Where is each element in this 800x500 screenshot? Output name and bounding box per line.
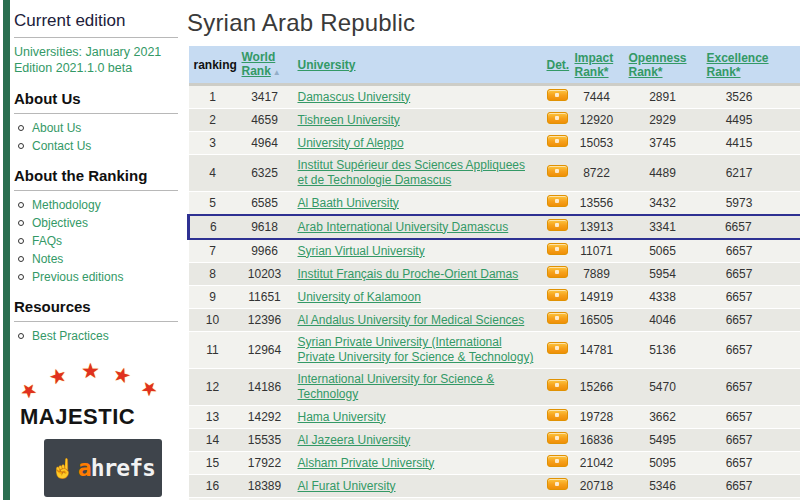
university-link[interactable]: University of Kalamoon (298, 290, 421, 304)
resources-title: Resources (14, 298, 178, 315)
cell-university: Institut Français du Proche-Orient Damas (293, 263, 542, 286)
university-link[interactable]: Arab International University Damascus (298, 220, 509, 234)
majestic-logo[interactable]: ★ ★ ★ ★ ★ MAJESTIC (20, 359, 170, 430)
det-icon[interactable] (547, 195, 568, 207)
university-link[interactable]: Institut Supérieur des Sciences Applique… (298, 158, 525, 187)
header-det: Det. (542, 46, 570, 85)
cell-university: Institut Supérieur des Sciences Applique… (293, 155, 542, 192)
main-content: Syrian Arab Republic ranking World Rank▲… (187, 0, 800, 500)
cell-det (542, 239, 570, 263)
university-link[interactable]: University of Aleppo (298, 136, 404, 150)
cell-world-rank: 3417 (237, 85, 293, 109)
det-icon[interactable] (547, 266, 568, 278)
sidebar-link-about-us[interactable]: About Us (32, 121, 81, 135)
university-link[interactable]: Damascus University (298, 90, 411, 104)
sidebar-link-best-practices[interactable]: Best Practices (32, 329, 109, 343)
sidebar-link-faqs[interactable]: FAQs (32, 234, 62, 248)
cell-world-rank: 14292 (237, 406, 293, 429)
det-icon[interactable] (547, 379, 568, 391)
cell-impact-rank: 15053 (570, 132, 624, 155)
header-label: World Rank (242, 50, 276, 78)
bullet-icon (18, 125, 24, 131)
university-link[interactable]: Syrian Virtual University (298, 244, 425, 258)
university-link[interactable]: Al Andalus University for Medical Scienc… (298, 313, 525, 327)
ahrefs-logo-text: ahrefs (78, 455, 155, 481)
header-openness-rank-link[interactable]: Openness Rank* (629, 51, 687, 79)
cell-openness-rank: 2929 (624, 109, 702, 132)
det-icon[interactable] (547, 219, 568, 231)
cell-ranking: 4 (189, 155, 237, 192)
cell-world-rank: 12964 (237, 332, 293, 369)
cell-det (542, 192, 570, 216)
cell-openness-rank: 5346 (624, 475, 702, 498)
det-icon[interactable] (547, 243, 568, 255)
det-icon[interactable] (547, 478, 568, 490)
sort-asc-icon: ▲ (273, 66, 281, 80)
star-icon: ★ (15, 376, 43, 405)
cell-impact-rank: 7889 (570, 263, 624, 286)
det-icon[interactable] (547, 89, 568, 101)
header-university-link[interactable]: University (298, 58, 356, 72)
cell-ranking: 13 (189, 406, 237, 429)
about-us-title: About Us (14, 90, 178, 107)
cell-openness-rank: 4338 (624, 286, 702, 309)
det-icon[interactable] (547, 289, 568, 301)
university-link[interactable]: Alsham Private University (298, 456, 435, 470)
ranking-table-body: 1 3417 Damascus University 7444 2891 352… (189, 85, 800, 500)
cell-det (542, 85, 570, 109)
sidebar-link-methodology[interactable]: Methodology (32, 198, 101, 212)
university-link[interactable]: Hama University (298, 410, 386, 424)
bullet-icon (18, 220, 24, 226)
ahrefs-logo[interactable]: ☝ ahrefs (44, 439, 162, 497)
table-row: 3 4964 University of Aleppo 15053 3745 4… (189, 132, 800, 155)
sidebar: Current edition Universities: January 20… (14, 0, 178, 500)
det-icon[interactable] (547, 312, 568, 324)
cell-excellence-rank: 6657 (702, 239, 800, 263)
star-icon: ★ (136, 374, 164, 403)
cell-university: Al Furat University (293, 475, 542, 498)
cell-world-rank: 17922 (237, 452, 293, 475)
table-row: 9 11651 University of Kalamoon 14919 433… (189, 286, 800, 309)
majestic-stars-icon: ★ ★ ★ ★ ★ (20, 359, 170, 403)
det-icon[interactable] (547, 409, 568, 421)
cell-excellence-rank: 6657 (702, 286, 800, 309)
university-link[interactable]: Al Furat University (298, 479, 396, 493)
header-det-link[interactable]: Det. (547, 58, 570, 72)
cell-det (542, 109, 570, 132)
header-impact-rank-link[interactable]: Impact Rank* (575, 51, 614, 79)
divider (14, 189, 178, 191)
sidebar-link-objectives[interactable]: Objectives (32, 216, 88, 230)
header-excellence-rank-link[interactable]: Excellence Rank* (707, 51, 769, 79)
det-icon[interactable] (547, 135, 568, 147)
page-title: Syrian Arab Republic (187, 9, 800, 37)
university-link[interactable]: Institut Français du Proche-Orient Damas (298, 267, 519, 281)
about-us-list: About Us Contact Us (14, 121, 178, 153)
cell-openness-rank: 5495 (624, 429, 702, 452)
majestic-logo-text: MAJESTIC (20, 404, 170, 430)
header-world-rank-link[interactable]: World Rank▲ (242, 50, 281, 78)
det-icon[interactable] (547, 455, 568, 467)
university-link[interactable]: International University for Science & T… (298, 372, 495, 401)
cell-impact-rank: 7444 (570, 85, 624, 109)
about-ranking-list: Methodology Objectives FAQs Notes Previo… (14, 198, 178, 284)
edition-link[interactable]: Universities: January 2021 Edition 2021.… (14, 45, 178, 76)
star-icon: ★ (81, 359, 100, 383)
det-icon[interactable] (547, 432, 568, 444)
university-link[interactable]: Syrian Private University (International… (298, 335, 534, 364)
university-link[interactable]: Al Jazeera University (298, 433, 411, 447)
cell-det (542, 132, 570, 155)
table-row: 2 4659 Tishreen University 12920 2929 44… (189, 109, 800, 132)
det-icon[interactable] (547, 112, 568, 124)
cell-det (542, 429, 570, 452)
cell-world-rank: 18389 (237, 475, 293, 498)
bullet-icon (18, 256, 24, 262)
university-link[interactable]: Tishreen University (298, 113, 400, 127)
university-link[interactable]: Al Baath University (298, 196, 399, 210)
sidebar-link-contact-us[interactable]: Contact Us (32, 139, 91, 153)
sidebar-link-previous-editions[interactable]: Previous editions (32, 270, 123, 284)
det-icon[interactable] (547, 165, 568, 177)
det-icon[interactable] (547, 342, 568, 354)
sidebar-link-notes[interactable]: Notes (32, 252, 63, 266)
bullet-icon (18, 143, 24, 149)
cell-det (542, 452, 570, 475)
